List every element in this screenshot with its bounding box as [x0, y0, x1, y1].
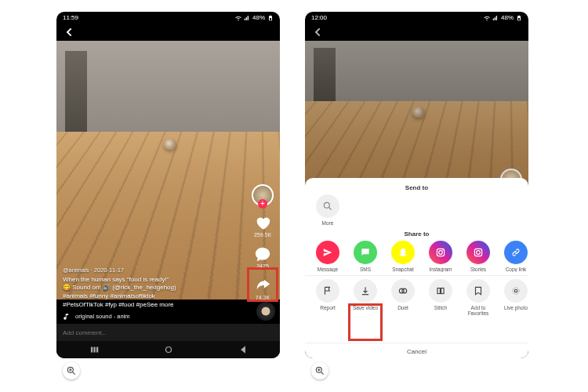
action-live-photo[interactable]: Live photo [499, 279, 528, 316]
comment-button[interactable]: 2475 [254, 245, 271, 269]
creator-handle[interactable]: @animals · 2020-11-17 [63, 267, 242, 274]
share-sheet: Send to More Share to MessageSMSSnapchat… [305, 178, 528, 358]
comment-input[interactable]: Add comment... [56, 324, 280, 341]
caption-block: @animals · 2020-11-17 When the human say… [63, 267, 242, 321]
action-label: Stitch [434, 305, 447, 310]
status-battery: 48% [501, 14, 514, 21]
svg-rect-13 [437, 289, 441, 294]
battery-icon [267, 15, 274, 21]
signal-icon [244, 15, 250, 21]
svg-point-16 [513, 288, 519, 294]
stitch-icon [429, 279, 452, 303]
status-bar: 12:00 48% [305, 12, 528, 24]
follow-plus-icon[interactable]: + [258, 199, 267, 209]
share-label: Instagram [430, 267, 452, 272]
share-label: Message [318, 267, 338, 272]
status-time: 11:59 [63, 14, 78, 21]
back-icon[interactable] [63, 26, 75, 38]
action-report[interactable]: Report [311, 279, 344, 316]
caption-line: #animals #funny #animalsoftiktok [63, 292, 242, 301]
action-label: Live photo [504, 305, 528, 310]
copy-link-icon [504, 241, 528, 264]
svg-rect-9 [474, 249, 481, 256]
share-label: Copy link [506, 267, 527, 272]
instagram-icon [429, 241, 452, 264]
phone-screenshot-right: 12:00 48% Send to [305, 12, 528, 358]
android-back-icon[interactable] [238, 344, 249, 355]
action-duet[interactable]: Duet [387, 279, 419, 316]
share-instagram[interactable]: Instagram [424, 241, 457, 272]
like-button[interactable]: 259.5K [254, 214, 271, 238]
svg-point-10 [477, 251, 481, 255]
send-more[interactable]: More [311, 194, 344, 226]
message-icon [316, 241, 339, 264]
action-stitch[interactable]: Stitch [424, 279, 457, 316]
zoom-in-icon[interactable] [63, 362, 80, 379]
share-label: SMS [360, 267, 371, 272]
svg-line-18 [73, 372, 75, 375]
share-to-heading: Share to [305, 230, 528, 238]
battery-icon [516, 15, 522, 21]
phone-screenshot-left: 11:59 48% + 259.5K 2475 [56, 12, 280, 358]
zoom-in-icon[interactable] [311, 362, 328, 379]
svg-rect-0 [90, 347, 92, 353]
status-right: 48% [484, 14, 522, 21]
share-to-row: MessageSMSSnapchatInstagramStoriesCopy l… [305, 241, 528, 272]
send-to-heading: Send to [305, 184, 528, 191]
highlight-share [247, 267, 278, 302]
sms-icon [354, 241, 377, 264]
svg-point-15 [514, 290, 517, 293]
stories-icon [466, 241, 490, 264]
heart-icon [254, 214, 271, 231]
back-icon[interactable] [311, 26, 324, 38]
recents-icon[interactable] [89, 344, 100, 355]
add-to-favorites-icon [466, 279, 490, 303]
comment-placeholder: Add comment... [63, 329, 107, 336]
live-photo-icon [504, 279, 528, 303]
wifi-icon [484, 15, 490, 21]
sound-row[interactable]: original sound - anim [63, 313, 242, 321]
send-to-row: More [305, 194, 528, 226]
creator-avatar[interactable]: + [252, 184, 274, 206]
action-add-to-favorites[interactable]: Add to Favorites [462, 279, 495, 316]
action-label: Report [320, 305, 336, 310]
svg-point-4 [324, 202, 329, 208]
status-battery: 48% [252, 14, 265, 21]
top-bar [305, 24, 528, 41]
svg-rect-2 [96, 347, 97, 353]
status-right: 48% [235, 14, 274, 21]
svg-rect-14 [441, 289, 445, 294]
caption-line: When the human says "food is ready!" [63, 276, 242, 285]
home-icon[interactable] [163, 344, 174, 355]
wifi-icon [235, 15, 241, 21]
svg-point-7 [439, 251, 443, 255]
svg-point-8 [442, 250, 443, 251]
report-icon [316, 279, 339, 303]
signal-icon [492, 15, 499, 21]
send-more-label: More [322, 220, 334, 226]
share-label: Snapchat [392, 267, 413, 272]
svg-line-22 [321, 372, 324, 375]
svg-rect-1 [93, 347, 95, 353]
svg-point-3 [165, 347, 171, 353]
share-label: Stories [470, 267, 486, 272]
comment-icon [254, 245, 271, 263]
snapchat-icon [391, 241, 415, 264]
svg-line-5 [329, 208, 332, 210]
share-stories[interactable]: Stories [462, 241, 495, 272]
cancel-button[interactable]: Cancel [305, 343, 528, 357]
action-label: Duet [397, 305, 408, 310]
video-area[interactable] [56, 41, 280, 299]
share-sms[interactable]: SMS [349, 241, 382, 272]
share-copy-link[interactable]: Copy link [499, 241, 528, 272]
action-row: ReportSave videoDuetStitchAdd to Favorit… [305, 279, 528, 316]
sound-disc[interactable] [256, 302, 275, 321]
like-count: 259.5K [254, 232, 271, 238]
share-snapchat[interactable]: Snapchat [387, 241, 419, 272]
sound-title: original sound - anim [75, 313, 130, 321]
music-note-icon [63, 313, 71, 321]
share-message[interactable]: Message [311, 241, 344, 272]
caption-line: 😋 Sound on! 🔊 (@rick_the_hedgehog) [63, 284, 242, 292]
status-bar: 11:59 48% [56, 12, 280, 24]
save-video-icon [354, 279, 377, 303]
